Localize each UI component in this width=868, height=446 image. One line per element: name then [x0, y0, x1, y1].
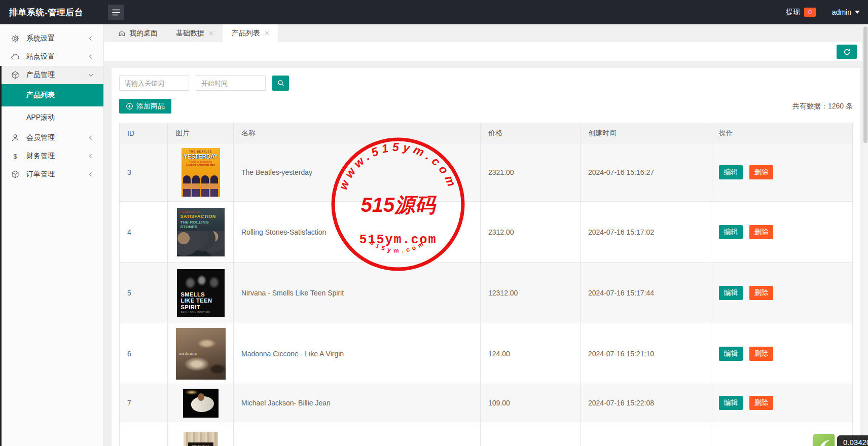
main-area: 我的桌面 基础数据 产品列表 [104, 24, 868, 446]
album-art-figures [177, 231, 225, 256]
product-table: ID 图片 名称 价格 创建时间 操作 3 [119, 123, 853, 446]
top-header: 排单系统-管理后台 提现 0 admin [0, 0, 868, 24]
table-row: THE BEATLES [120, 422, 853, 446]
search-icon [277, 79, 285, 87]
cell-image: SMELLS LIKE TEEN SPIRIT PAUL LOSIN BOOTL… [168, 263, 234, 323]
chevron-down-icon [87, 71, 94, 79]
column-header-created: 创建时间 [581, 123, 711, 143]
sidebar-item-finance-management[interactable]: $ 财务管理 [0, 147, 103, 165]
album-thumbnail-teen-spirit: SMELLS LIKE TEEN SPIRIT PAUL LOSIN BOOTL… [177, 269, 225, 317]
add-product-button[interactable]: 添加商品 [119, 99, 171, 114]
chevron-down-icon [855, 11, 860, 14]
tab-label: 我的桌面 [129, 29, 158, 38]
add-product-label: 添加商品 [136, 102, 165, 111]
sidebar-subitem-label: 产品列表 [26, 91, 55, 100]
table-row: 4 I Can't Get No SATISFACTION THE ROLLIN… [120, 202, 853, 263]
album-thumbnail-beatles-hits: THE BEATLES [184, 432, 218, 446]
sidebar-item-site-settings[interactable]: 站点设置 [0, 48, 103, 66]
close-icon[interactable] [209, 31, 213, 35]
sidebar-subitem-product-list[interactable]: 产品列表 [0, 84, 103, 106]
keyword-input[interactable] [119, 76, 189, 91]
chevron-left-icon [87, 153, 94, 160]
album-thumbnail-satisfaction: I Can't Get No SATISFACTION THE ROLLING … [177, 208, 225, 256]
dollar-icon: $ [10, 151, 20, 161]
album-art-figures [185, 390, 198, 395]
edit-button[interactable]: 编辑 [719, 286, 743, 300]
cell-name: Madonna Ciccone - Like A Virgin [234, 323, 481, 384]
edit-button[interactable]: 编辑 [719, 225, 743, 239]
chevron-left-icon [87, 134, 94, 141]
cell-id: 5 [120, 263, 168, 323]
cell-name: Nirvana - Smells Like Teen Spirit [234, 263, 481, 323]
cell-price [481, 422, 581, 446]
content-area: 添加商品 共有数据：1260 条 ID 图片 名称 价格 创建时间 操作 [104, 61, 868, 446]
withdraw-count-badge: 0 [804, 8, 816, 17]
sidebar-item-product-management[interactable]: 产品管理 [0, 66, 103, 84]
scrollbar-track[interactable] [862, 24, 868, 446]
cell-image: madonna [168, 323, 234, 384]
cell-created: 2024-07-16 15:21:10 [581, 323, 711, 384]
cell-price: 109.00 [481, 384, 581, 422]
tab-basic-data[interactable]: 基础数据 [167, 24, 223, 42]
tab-bar: 我的桌面 基础数据 产品列表 [104, 24, 868, 42]
close-icon[interactable] [265, 31, 269, 35]
header-right-menu: 提现 0 admin [786, 8, 868, 17]
search-button[interactable] [272, 76, 289, 91]
scrollbar-thumb[interactable] [863, 26, 867, 143]
album-text: THE BEATLES [188, 442, 213, 446]
album-text: YESTERDAY [182, 153, 220, 160]
withdraw-menu[interactable]: 提现 0 [786, 8, 816, 17]
edit-button[interactable]: 编辑 [719, 165, 743, 179]
album-thumbnail-yesterday: THE BEATLES YESTERDAY Today & Tomorrow E… [182, 148, 220, 197]
delete-button[interactable]: 删除 [749, 165, 773, 179]
cell-price: 12312.00 [481, 263, 581, 323]
cloud-icon [10, 52, 20, 62]
column-header-id: ID [120, 123, 168, 143]
actions-row: 添加商品 共有数据：1260 条 [119, 99, 853, 114]
cell-id: 7 [120, 384, 168, 422]
delete-button[interactable]: 删除 [749, 286, 773, 300]
sidebar-item-label: 产品管理 [26, 70, 55, 80]
album-text: LIKE TEEN [181, 298, 221, 304]
cell-created: 2024-07-16 15:17:02 [581, 202, 711, 263]
cell-actions: 编辑 删除 [711, 323, 853, 384]
delete-button[interactable]: 删除 [749, 347, 773, 361]
start-time-input[interactable] [196, 76, 266, 91]
cell-name: Michael Jackson- Billie Jean [234, 384, 481, 422]
edit-button[interactable]: 编辑 [719, 396, 743, 410]
product-list-card: 添加商品 共有数据：1260 条 ID 图片 名称 价格 创建时间 操作 [112, 68, 860, 446]
tab-product-list[interactable]: 产品列表 [223, 24, 278, 42]
sidebar-toggle-button[interactable] [108, 5, 124, 20]
refresh-button[interactable] [837, 45, 857, 59]
cell-actions: 编辑 删除 [711, 143, 853, 202]
sidebar-item-label: 站点设置 [26, 52, 55, 61]
album-art-figures [198, 393, 204, 401]
delete-button[interactable]: 删除 [749, 225, 773, 239]
album-text: madonna [179, 351, 197, 356]
thinkphp-logo-icon [813, 434, 835, 446]
trace-bar[interactable]: 0.034207s [813, 434, 868, 446]
sidebar-subitem-app-scroll[interactable]: APP滚动 [0, 106, 103, 129]
cell-created: 2024-07-16 15:17:44 [581, 263, 711, 323]
sidebar-item-member-management[interactable]: 会员管理 [0, 129, 103, 147]
tab-my-desktop[interactable]: 我的桌面 [109, 24, 167, 42]
album-text: SPIRIT [181, 304, 221, 311]
cell-price: 2312.00 [481, 202, 581, 263]
tab-label: 基础数据 [176, 29, 204, 38]
sidebar-item-system-settings[interactable]: 系统设置 [0, 29, 103, 48]
sidebar-item-label: 会员管理 [26, 133, 55, 142]
cell-created: 2024-07-16 15:16:27 [581, 143, 711, 202]
edit-button[interactable]: 编辑 [719, 347, 743, 361]
cell-name [234, 422, 481, 446]
cell-actions: 编辑 删除 [711, 263, 853, 323]
gear-icon [10, 33, 20, 44]
album-text: THE ROLLING STONES [180, 220, 221, 229]
tab-label: 产品列表 [232, 29, 260, 38]
user-menu[interactable]: admin [832, 8, 860, 16]
chevron-left-icon [87, 35, 94, 42]
cube-icon [10, 70, 20, 80]
sidebar-item-order-management[interactable]: 订单管理 [0, 165, 103, 183]
cube-icon [10, 169, 20, 179]
delete-button[interactable]: 删除 [749, 396, 773, 410]
column-header-name: 名称 [234, 123, 481, 143]
